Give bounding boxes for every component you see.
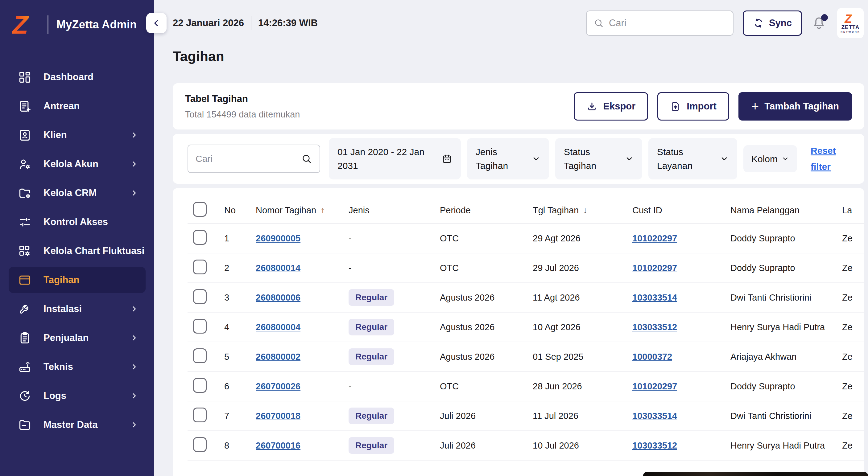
- global-search-input[interactable]: [609, 18, 726, 29]
- zetta-brand-icon: Z: [843, 13, 858, 24]
- cust-id-link[interactable]: 103033512: [632, 441, 677, 450]
- global-search[interactable]: [586, 10, 734, 36]
- jenis-cell: Regular: [348, 408, 440, 424]
- cust-id-link[interactable]: 101020297: [632, 263, 677, 273]
- export-button[interactable]: Ekspor: [574, 92, 648, 121]
- sync-button[interactable]: Sync: [743, 10, 802, 36]
- row-number: 6: [224, 381, 256, 391]
- invoice-number-link[interactable]: 260800014: [256, 263, 301, 273]
- row-checkbox[interactable]: [193, 230, 207, 245]
- download-icon: [586, 101, 597, 112]
- sidebar-collapse-button[interactable]: [146, 13, 166, 33]
- select-all-checkbox[interactable]: [193, 202, 207, 217]
- current-time: 14:26:39 WIB: [258, 18, 318, 29]
- column-label: Nama Pelanggan: [731, 205, 800, 216]
- sidebar-item-klien[interactable]: Klien: [9, 122, 146, 148]
- sidebar-item-instalasi[interactable]: Instalasi: [9, 296, 146, 322]
- cust-id-link[interactable]: 101020297: [632, 233, 677, 243]
- sidebar-item-kontrol-akses[interactable]: Kontrol Akses: [9, 209, 146, 235]
- row-checkbox[interactable]: [193, 378, 207, 393]
- row-checkbox[interactable]: [193, 289, 207, 304]
- cust-id-cell: 103033512: [632, 322, 731, 332]
- sidebar-item-kelola-chart-fluktuasi[interactable]: Kelola Chart Fluktuasi: [9, 238, 146, 264]
- row-checkbox[interactable]: [193, 408, 207, 422]
- sidebar-item-kelola-akun[interactable]: Kelola Akun: [9, 151, 146, 177]
- row-checkbox[interactable]: [193, 437, 207, 452]
- row-checkbox[interactable]: [193, 319, 207, 334]
- jenis-cell: Regular: [348, 319, 440, 336]
- select-all-cell: [188, 202, 224, 219]
- folder-gear-icon: [18, 186, 32, 200]
- add-invoice-label: Tambah Tagihan: [764, 101, 839, 112]
- nama-pelanggan-cell: Henry Surya Hadi Putra: [731, 322, 842, 332]
- jenis-cell: -: [348, 381, 440, 391]
- reset-filter-link[interactable]: Reset filter: [811, 143, 840, 175]
- app-window: Z MyZetta Admin DashboardAntreanKlienKel…: [0, 0, 868, 476]
- sidebar-item-tagihan[interactable]: Tagihan: [9, 267, 146, 293]
- cust-id-link[interactable]: 103033514: [632, 292, 677, 303]
- invoice-number-cell: 260800006: [256, 292, 348, 303]
- row-select-cell: [188, 230, 224, 247]
- column-header-la: La: [842, 205, 864, 216]
- logo-divider: [48, 15, 49, 34]
- notifications-button[interactable]: [811, 15, 827, 31]
- tgl-tagihan-cell: 10 Jul 2026: [533, 441, 632, 451]
- cust-id-link[interactable]: 10000372: [632, 352, 672, 361]
- layanan-cell: Ze: [842, 233, 864, 244]
- cust-id-link[interactable]: 101020297: [632, 381, 677, 391]
- table-row: 6260700026-OTC28 Jun 2026101020297Doddy …: [188, 372, 864, 402]
- invoice-number-cell: 260800014: [256, 263, 348, 273]
- column-header-tgl-tagihan[interactable]: Tgl Tagihan↓: [533, 205, 632, 216]
- nama-pelanggan-cell: Ariajaya Akhwan: [731, 352, 842, 362]
- row-number: 4: [224, 322, 256, 332]
- date-range-value: 01 Jan 2020 - 22 Jan 2031: [337, 145, 433, 172]
- jenis-badge: Regular: [348, 319, 394, 336]
- sidebar-item-penjualan[interactable]: Penjualan: [9, 325, 146, 351]
- chevron-right-icon: [130, 305, 138, 313]
- chevron-down-icon: [720, 154, 728, 163]
- invoice-number-link[interactable]: 260800002: [256, 352, 301, 361]
- invoice-number-cell: 260800002: [256, 352, 348, 362]
- folder-icon: [18, 418, 32, 432]
- layanan-cell: Ze: [842, 441, 864, 451]
- jenis-tagihan-filter[interactable]: Jenis Tagihan: [467, 138, 549, 180]
- sidebar-item-dashboard[interactable]: Dashboard: [9, 64, 146, 90]
- notification-badge: [821, 14, 828, 21]
- chevron-right-icon: [130, 131, 138, 139]
- column-header-nomor-tagihan[interactable]: Nomor Tagihan↑: [256, 205, 348, 216]
- sidebar-item-master-data[interactable]: Master Data: [9, 412, 146, 438]
- jenis-badge: Regular: [348, 408, 394, 424]
- invoice-number-link[interactable]: 260800006: [256, 292, 301, 303]
- invoice-number-link[interactable]: 260700016: [256, 441, 301, 450]
- cust-id-link[interactable]: 103033512: [632, 322, 677, 332]
- cust-id-cell: 103033514: [632, 292, 731, 303]
- periode-cell: Agustus 2026: [440, 352, 533, 362]
- date-range-filter[interactable]: 01 Jan 2020 - 22 Jan 2031: [329, 138, 461, 180]
- row-select-cell: [188, 289, 224, 306]
- jenis-cell: -: [348, 263, 440, 273]
- sidebar-item-logs[interactable]: Logs: [9, 383, 146, 409]
- import-button[interactable]: Import: [657, 92, 729, 121]
- layanan-cell: Ze: [842, 292, 864, 303]
- invoice-number-link[interactable]: 260700026: [256, 381, 301, 391]
- invoice-number-link[interactable]: 260900005: [256, 233, 301, 243]
- cust-id-link[interactable]: 103033514: [632, 411, 677, 421]
- status-layanan-filter[interactable]: Status Layanan: [648, 138, 737, 180]
- column-label: Tgl Tagihan: [533, 205, 579, 216]
- sidebar-item-kelola-crm[interactable]: Kelola CRM: [9, 180, 146, 206]
- table-search[interactable]: [188, 145, 320, 173]
- sidebar-item-teknis[interactable]: Teknis: [9, 354, 146, 380]
- table-search-input[interactable]: [195, 154, 297, 164]
- row-checkbox[interactable]: [193, 260, 207, 274]
- sidebar-item-antrean[interactable]: Antrean: [9, 93, 146, 119]
- cust-id-cell: 10000372: [632, 352, 731, 362]
- wrench-icon: [18, 302, 32, 316]
- row-checkbox[interactable]: [193, 348, 207, 363]
- invoice-number-cell: 260700018: [256, 411, 348, 421]
- invoice-number-link[interactable]: 260800004: [256, 322, 301, 332]
- invoice-number-link[interactable]: 260700018: [256, 411, 301, 421]
- kolom-selector[interactable]: Kolom: [743, 145, 797, 172]
- invoice-table-card: NoNomor Tagihan↑JenisPeriodeTgl Tagihan↓…: [173, 188, 864, 476]
- status-tagihan-filter[interactable]: Status Tagihan: [555, 138, 642, 180]
- add-invoice-button[interactable]: + Tambah Tagihan: [739, 92, 852, 121]
